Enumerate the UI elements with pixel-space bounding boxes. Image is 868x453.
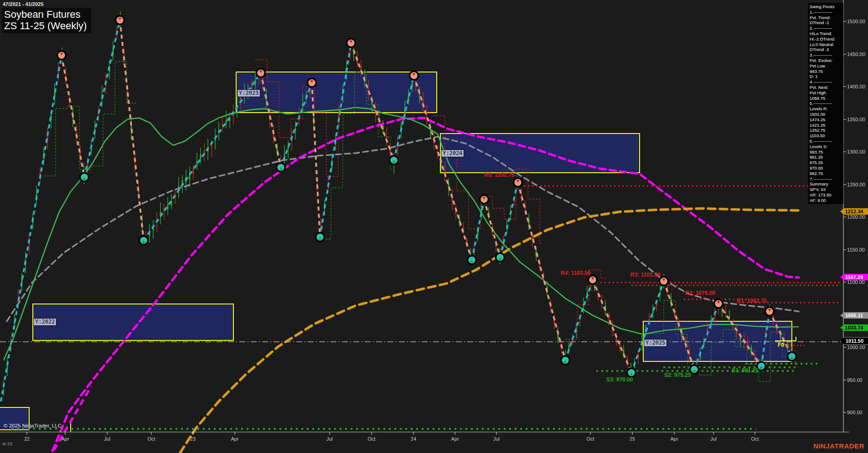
support-label-s1: S1: 981.25	[732, 367, 759, 374]
price-marker-1011-50: 1011.50	[840, 337, 868, 345]
swing-pivots-panel-line: 1252.75	[810, 128, 842, 133]
swing-pivots-panel-line: HiLo Trend:	[810, 31, 842, 36]
year-box-label: Y:2022	[33, 318, 57, 326]
price-axis-label: 1300.00	[847, 149, 865, 154]
time-axis-label: Oct	[367, 436, 375, 442]
chart-title: Soybean Futures ZS 11-25 (Weekly)	[2, 8, 91, 33]
ninjatrader-chart-window: 47/2021 - 41/2025 Soybean Futures ZS 11-…	[0, 0, 868, 453]
year-range-box	[440, 134, 640, 173]
time-axis-label: Oct	[147, 436, 155, 442]
swing-pivots-panel-line: 1421.25	[810, 123, 842, 128]
swing-pivots-panel-line: 1474.25	[810, 117, 842, 123]
instrument-name: Soybean Futures	[4, 9, 87, 20]
chart-surface[interactable]	[0, 0, 868, 453]
time-axis-label: 22	[24, 436, 30, 442]
resistance-label-r1: R1: 1062.75	[737, 298, 767, 304]
copyright-watermark: © 2025 NinjaTrader, LLC	[4, 423, 62, 428]
time-axis-label: Jul	[493, 436, 500, 442]
swing-pivots-panel-line: 4.-------------	[810, 79, 842, 85]
resistance-label-r2: R2: 1076.00	[685, 290, 715, 296]
price-axis-label: 1150.00	[847, 247, 865, 252]
swing-pivots-panel-line: 5.-------------	[810, 101, 842, 106]
swing-pivots-panel-line: 1.-------------	[810, 10, 842, 15]
swing-pivots-panel-line: DTrend -2	[810, 20, 842, 26]
swing-pivots-panel-line: 882.75	[810, 171, 842, 176]
price-axis-label: 900.00	[847, 410, 863, 415]
swing-leg-down	[62, 55, 84, 177]
swing-pivots-panel-line: AF: 8.00	[810, 198, 842, 203]
swing-pivots-panel-line: Levels S:	[810, 144, 842, 149]
swing-pivots-panel-line: Pvt. Next:	[810, 85, 842, 90]
time-axis-label: Apr	[451, 436, 459, 442]
time-axis-label: Jul	[710, 436, 717, 442]
price-axis-label: 1000.00	[847, 345, 865, 350]
swing-pivots-panel-line: 975.25	[810, 160, 842, 165]
time-axis-label: 23	[190, 436, 196, 442]
swing-pivots-panel-line: 981.25	[810, 154, 842, 160]
f0-label: F0	[778, 342, 784, 348]
ma-slow-magenta-dashed	[52, 118, 799, 451]
swing-pivots-panel-line: 1502.00	[810, 112, 842, 117]
swing-pivots-panel-line: 993.75	[810, 149, 842, 155]
time-axis-label: 25	[630, 436, 635, 442]
support-label-s2: S2: 975.25	[664, 372, 691, 378]
swing-leg-up	[84, 20, 120, 177]
price-marker-1033-74: 1033.74	[840, 324, 868, 331]
price-axis-label: 1250.00	[847, 182, 865, 187]
visible-range-label: 47/2021 - 41/2025	[3, 1, 43, 7]
time-axis-label: Oct	[586, 436, 594, 442]
swing-pivots-panel-line: Pvt High	[810, 90, 842, 96]
swing-pivots-panel-line: Lo:0 Neutral	[810, 42, 842, 47]
swing-pivots-panel-line: 2.-------------	[810, 26, 842, 31]
price-axis-label: 1500.00	[847, 19, 865, 24]
resistance-label-r5: R5: 1252.75	[484, 172, 514, 178]
time-axis-label: Jul	[104, 436, 110, 442]
year-range-box	[33, 304, 233, 340]
ninjatrader-logo: NINJATRADER	[813, 442, 864, 450]
contract-period: ZS 11-25 (Weekly)	[4, 20, 87, 31]
resistance-label-r4: R4: 1103.50	[561, 270, 590, 276]
ma-slow-magenta-start-segment	[54, 386, 91, 450]
swing-pivots-panel-line: 1103.50	[810, 133, 842, 139]
trailing-step-line	[44, 62, 137, 176]
price-axis-label: 1450.00	[847, 51, 865, 57]
swing-pivots-panel-line: 993.75	[810, 69, 842, 74]
swing-pivots-panel-line: 1058.75	[810, 96, 842, 101]
swing-leg-down	[120, 20, 144, 240]
swing-pivots-panel-line: 6.-------------	[810, 139, 842, 144]
swing-pivots-panel-line: 7.-------------	[810, 176, 842, 182]
price-axis-label: 950.00	[847, 377, 863, 383]
support-label-s3: S3: 970.00	[606, 376, 633, 383]
price-marker-1107-29: 1107.29	[840, 274, 868, 281]
year-box-label: Y:2024	[441, 149, 464, 157]
swing-leg-up	[472, 199, 484, 260]
swing-pivots-panel-line: Pvt Low	[810, 63, 842, 69]
year-box-label: Y:2023	[237, 89, 260, 97]
price-axis-label: 1350.00	[847, 117, 865, 122]
trailing-step-line	[565, 270, 606, 340]
data-series-tag: W ZS	[2, 442, 13, 446]
time-axis-label: Oct	[751, 436, 759, 442]
swing-pivots-panel-line: Pvt. Trend:	[810, 15, 842, 21]
swing-pivots-panel-line: 970.00	[810, 165, 842, 171]
time-axis-label: Apr	[61, 436, 69, 442]
price-axis-label: 1400.00	[847, 84, 865, 89]
price-marker-1055-11: 1055.11	[840, 312, 868, 319]
price-marker-1212-34: 1212.34	[840, 208, 868, 215]
swing-pivots-panel-line: DTrend -2	[810, 47, 842, 52]
price-axis-label: 1200.00	[847, 214, 865, 220]
resistance-label-r3: R3: 1101.50	[630, 272, 660, 278]
swing-pivots-panel-line: Levels R:	[810, 106, 842, 112]
time-axis-label: 24	[411, 436, 416, 442]
swing-pivots-panel-line: AR: 173.50	[810, 192, 842, 198]
swing-pivots-panel-line: D: 1	[810, 74, 842, 79]
time-axis-label: Apr	[670, 436, 678, 442]
swing-pivots-panel-line: Summary	[810, 181, 842, 187]
swing-pivots-panel: Swing Pivots1.-------------Pvt. Trend:DT…	[808, 3, 843, 204]
swing-pivots-panel-line: Swing Pivots	[810, 4, 842, 10]
ma-mid-gray-dashed	[7, 137, 799, 321]
swing-pivots-panel-line: SP's: 63	[810, 187, 842, 192]
year-box-label: Y:2025	[644, 339, 667, 347]
time-axis-label: Apr	[231, 436, 238, 442]
swing-pivots-panel-line: Pvt. Evolve:	[810, 58, 842, 63]
